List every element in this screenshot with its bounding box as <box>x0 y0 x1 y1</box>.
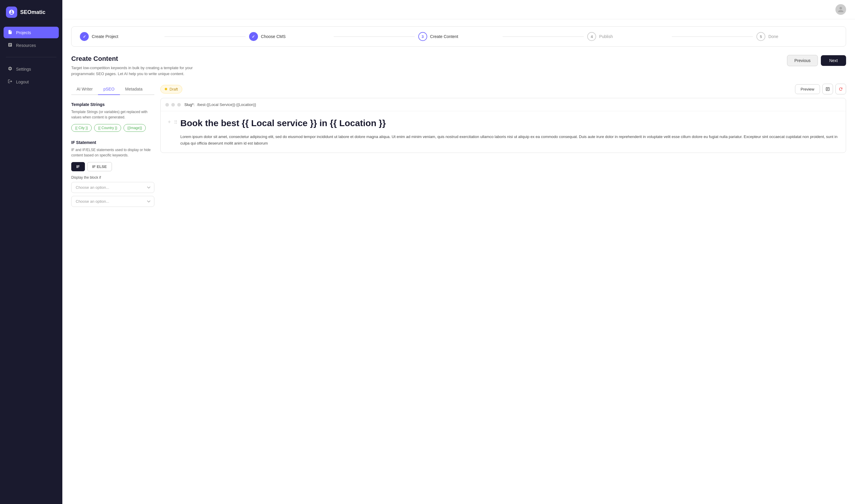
step-icon-publish: 4 <box>587 32 596 41</box>
editor-content: Book the best {{ Local service }} in {{ … <box>180 117 839 147</box>
content-area: ✓ Create Project ✓ Choose CMS 3 Create C… <box>63 19 855 504</box>
preview-button[interactable]: Preview <box>795 84 820 94</box>
select-option-2[interactable]: Choose an option... <box>71 196 154 207</box>
editor-actions: Preview <box>795 84 846 94</box>
header-actions: Previous Next <box>787 55 846 66</box>
template-strings-desc: Template Strings (or variables) get repl… <box>71 109 154 120</box>
step-icon-choose-cms: ✓ <box>249 32 258 41</box>
window-dot-2 <box>171 103 175 107</box>
tag-image[interactable]: {{Image}} <box>124 124 146 132</box>
resources-icon <box>8 42 13 48</box>
sidebar-label-logout: Logout <box>16 79 29 84</box>
wizard-step-create-project: ✓ Create Project <box>80 32 161 41</box>
left-panel: AI Writer pSEO Metadata Template Strings… <box>71 84 154 210</box>
user-avatar[interactable] <box>835 4 846 15</box>
drag-handle[interactable]: ⠿ <box>174 120 178 125</box>
window-dot-1 <box>165 103 169 107</box>
content-block: + ⠿ Book the best {{ Local service }} in… <box>168 117 839 147</box>
step-label-done: Done <box>768 34 778 39</box>
editor-body-text[interactable]: Lorem ipsum dolor sit amet, consectetur … <box>180 133 839 147</box>
step-label-create-project: Create Project <box>92 34 118 39</box>
editor-heading[interactable]: Book the best {{ Local service }} in {{ … <box>180 117 839 129</box>
sidebar-bottom: Settings Logout <box>0 61 63 90</box>
if-button[interactable]: IF <box>71 162 85 171</box>
editor-body[interactable]: + ⠿ Book the best {{ Local service }} in… <box>161 111 846 152</box>
if-statement-section: IF Statement IF and IF/ELSE statements u… <box>71 140 154 210</box>
display-block-label: Display the block if <box>71 176 154 180</box>
draft-badge: Draft <box>160 85 182 93</box>
sidebar-label-resources: Resources <box>16 43 36 48</box>
page-title: Create Content <box>71 55 196 62</box>
step-icon-create-project: ✓ <box>80 32 89 41</box>
logout-icon <box>8 79 13 85</box>
if-statement-title: IF Statement <box>71 140 154 145</box>
if-button-row: IF IF ELSE <box>71 162 154 171</box>
settings-icon <box>8 66 13 72</box>
logo-icon <box>6 6 17 18</box>
if-statement-desc: IF and IF/ELSE statements used to displa… <box>71 147 154 158</box>
sidebar-label-projects: Projects <box>16 30 31 35</box>
add-block-button[interactable]: + <box>168 119 171 125</box>
if-else-button[interactable]: IF ELSE <box>87 162 112 171</box>
step-icon-create-content: 3 <box>418 32 427 41</box>
sidebar-nav: Projects Resources <box>0 24 63 53</box>
step-connector-4 <box>672 36 753 37</box>
tag-country[interactable]: {{ Country }} <box>94 124 121 132</box>
main-content: ✓ Create Project ✓ Choose CMS 3 Create C… <box>63 0 855 504</box>
tab-row: AI Writer pSEO Metadata <box>71 84 154 95</box>
select-option-1[interactable]: Choose an option... <box>71 182 154 193</box>
two-column-layout: AI Writer pSEO Metadata Template Strings… <box>71 84 846 210</box>
wizard-step-publish: 4 Publish <box>587 32 668 41</box>
step-icon-done: 5 <box>756 32 765 41</box>
template-strings-tags: {{ City }} {{ Country }} {{Image}} <box>71 124 154 132</box>
sidebar-label-settings: Settings <box>16 67 31 72</box>
page-description: Target low-competition keywords in bulk … <box>71 65 196 76</box>
step-label-choose-cms: Choose CMS <box>261 34 286 39</box>
sidebar-item-resources[interactable]: Resources <box>3 39 59 51</box>
wizard-steps: ✓ Create Project ✓ Choose CMS 3 Create C… <box>71 26 846 47</box>
sidebar-item-logout[interactable]: Logout <box>3 76 59 88</box>
topbar <box>63 0 855 19</box>
sidebar: SEOmatic Projects Resources Settings <box>0 0 63 504</box>
projects-icon <box>8 30 13 35</box>
editor-toolbar: Draft Preview <box>160 84 846 94</box>
draft-label: Draft <box>170 87 178 91</box>
step-connector-2 <box>334 36 415 37</box>
step-label-create-content: Create Content <box>430 34 458 39</box>
tab-ai-writer[interactable]: AI Writer <box>71 84 98 95</box>
notion-icon-button[interactable] <box>822 84 833 94</box>
tab-pseo[interactable]: pSEO <box>98 84 120 95</box>
editor-top-bar: Slug*: /best-{{Local Service}}-{{Locatio… <box>161 98 846 111</box>
template-strings-section: Template Strings Template Strings (or va… <box>71 102 154 132</box>
draft-dot <box>165 88 167 90</box>
page-header: Create Content Target low-competition ke… <box>71 55 846 76</box>
slug-label: Slug*: <box>184 103 195 107</box>
template-strings-title: Template Strings <box>71 102 154 107</box>
step-connector-1 <box>164 36 246 37</box>
step-label-publish: Publish <box>599 34 613 39</box>
sidebar-item-settings[interactable]: Settings <box>3 63 59 75</box>
right-panel: Draft Preview <box>160 84 846 153</box>
logo-text: SEOmatic <box>20 9 46 15</box>
slug-value: /best-{{Local Service}}-{{Location}} <box>197 103 256 107</box>
step-connector-3 <box>503 36 584 37</box>
wizard-step-choose-cms: ✓ Choose CMS <box>249 32 330 41</box>
previous-button[interactable]: Previous <box>787 55 818 66</box>
tag-city[interactable]: {{ City }} <box>71 124 92 132</box>
wizard-step-done: 5 Done <box>756 32 837 41</box>
page-title-section: Create Content Target low-competition ke… <box>71 55 196 76</box>
wizard-step-create-content: 3 Create Content <box>418 32 499 41</box>
sidebar-divider <box>6 57 56 57</box>
tab-metadata[interactable]: Metadata <box>120 84 148 95</box>
editor-box: Slug*: /best-{{Local Service}}-{{Locatio… <box>160 98 846 153</box>
sidebar-item-projects[interactable]: Projects <box>3 27 59 38</box>
next-button[interactable]: Next <box>821 55 846 66</box>
logo: SEOmatic <box>0 0 63 24</box>
window-dot-3 <box>177 103 181 107</box>
refresh-icon-button[interactable] <box>835 84 846 94</box>
